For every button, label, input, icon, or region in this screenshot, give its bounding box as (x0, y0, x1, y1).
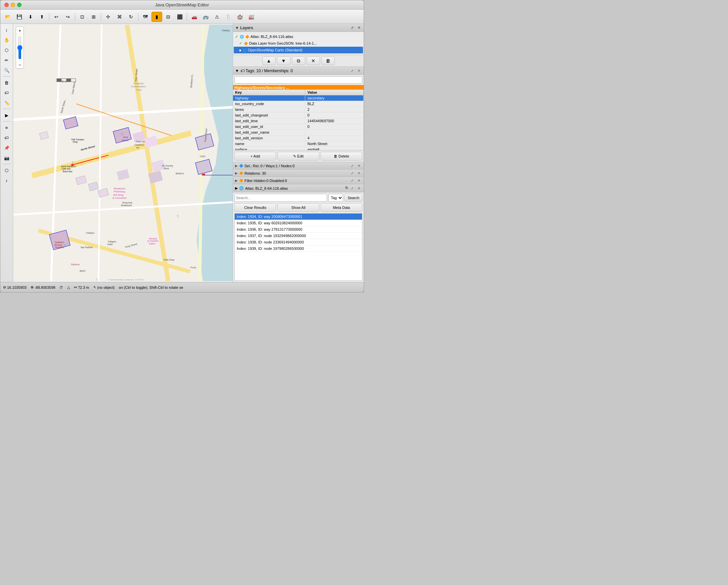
delete-tool[interactable]: 🗑 (2, 78, 12, 87)
result-item[interactable]: Index: 1934, ID: way 200806473000001 (235, 213, 362, 220)
tag-row[interactable]: nameNorth Street (233, 141, 364, 147)
result-item[interactable]: Index: 1936, ID: way 278131773000000 (235, 226, 362, 233)
atlas-expand-icon[interactable]: ▶ (235, 186, 238, 190)
layer-name-osm: OpenStreetMap Carto (Standard) (248, 48, 303, 52)
layer-down-btn[interactable]: ▼ (277, 56, 290, 65)
atlas-meta-btn[interactable]: Meta Data (321, 203, 362, 212)
close-button[interactable] (4, 3, 9, 7)
undo-button[interactable]: ↩ (51, 12, 62, 22)
layer-item-osm[interactable]: ■ 🌐 OpenStreetMap Carto (Standard) (234, 47, 363, 53)
rel-detach-icon[interactable]: ⤢ (349, 171, 355, 176)
photo-tool[interactable]: 📷 (2, 153, 12, 162)
atlas-search-input[interactable] (234, 194, 327, 202)
select-button[interactable]: ✢ (103, 12, 113, 22)
delete-tag-btn[interactable]: 🗑 Delete (321, 152, 362, 160)
restaurant-button[interactable]: 🍴 (223, 12, 234, 22)
search-tool[interactable]: 🔍 (2, 66, 12, 75)
tag-row[interactable]: last_edit_version4 (233, 135, 364, 141)
castle-button[interactable]: 🏰 (234, 12, 245, 22)
zoom-slider[interactable] (18, 36, 22, 59)
atlas-clear-btn[interactable]: Clear Results (234, 203, 276, 212)
tag-row[interactable]: surfaceasphalt (233, 147, 364, 150)
tag-row[interactable]: iso_country_codeBLZ (233, 101, 364, 107)
note-tool[interactable]: 📌 (2, 143, 12, 152)
audio-tool[interactable]: ♪ (2, 176, 12, 185)
layer-delete-btn[interactable]: 🗑 (321, 56, 335, 65)
mapview-button[interactable]: 🗺 (140, 12, 151, 22)
zoom-plus[interactable]: + (16, 27, 24, 34)
warning-button[interactable]: ⚠ (212, 12, 222, 22)
layer-item-geojson[interactable]: ✓ 🔶 Data Layer from GeoJSON: tree-6-14-1… (234, 40, 363, 47)
map-svg[interactable]: Jose Maria... North Stree... Main Street… (13, 24, 233, 282)
result-item[interactable]: Index: 1935, ID: way 602610824000000 (235, 220, 362, 226)
layer-item-atlas[interactable]: ✓ 🌐 🔶 Atlas: BLZ_8-64-116.atlas (234, 33, 363, 40)
select-nodes-tool[interactable]: ⬡ (2, 45, 12, 55)
download-button[interactable]: ⬇ (25, 12, 36, 22)
industry-button[interactable]: 🏭 (246, 12, 257, 22)
open-button[interactable]: 📂 (2, 12, 13, 22)
tags-close-icon[interactable]: ✕ (356, 68, 362, 74)
lasso-button[interactable]: ⌘ (114, 12, 125, 22)
pan-tool[interactable]: ✋ (2, 35, 12, 45)
result-item[interactable]: Index: 1939, ID: node 197980286500000 (235, 246, 362, 252)
tag-row[interactable]: lanes2 (233, 107, 364, 112)
draw-tool[interactable]: ✏ (2, 55, 12, 65)
filter-close-icon[interactable]: ✕ (356, 178, 362, 183)
atlas-close-icon[interactable]: ✕ (356, 186, 362, 191)
tag-edit-tool[interactable]: 🏷 (2, 88, 12, 97)
tag-tool[interactable]: 🏷 (2, 133, 12, 143)
map-area[interactable]: Jose Maria... North Stree... Main Street… (13, 24, 233, 282)
wire-button[interactable]: ⊟ (163, 12, 174, 22)
tag-row[interactable]: last_edit_user_id0 (233, 124, 364, 130)
save-button[interactable]: 💾 (14, 12, 25, 22)
zoom-fit-button[interactable]: ⊡ (77, 12, 88, 22)
tags-detach-icon[interactable]: ⤢ (349, 68, 355, 74)
atlas-show-all-btn[interactable]: Show All (277, 203, 319, 212)
edit-tag-btn[interactable]: ✎ Edit (277, 152, 319, 160)
maximize-button[interactable] (17, 3, 22, 7)
layers-close-icon[interactable]: ✕ (356, 25, 362, 30)
atlas-detach-icon[interactable]: ⤢ (349, 186, 355, 191)
layer-merge-btn[interactable]: ✕ (307, 56, 320, 65)
sel-detach-icon[interactable]: ⤢ (349, 163, 355, 169)
minimize-button[interactable] (11, 3, 15, 7)
refresh-button[interactable]: ↻ (126, 12, 136, 22)
atlas-refresh-icon[interactable]: ↻ (345, 186, 348, 191)
layers-detach-icon[interactable]: ⤢ (349, 25, 355, 30)
layer-up-btn[interactable]: ▲ (262, 56, 276, 65)
tag-row[interactable]: last_edit_time1445449697000 (233, 118, 364, 124)
bus-button[interactable]: 🚌 (200, 12, 211, 22)
filter-tool[interactable]: ⬡ (2, 166, 12, 175)
sel-expand-icon[interactable]: ▶ (235, 164, 238, 168)
tags-filter-input[interactable] (234, 76, 362, 84)
measure-tool[interactable]: 📏 (2, 98, 12, 107)
layer-duplicate-btn[interactable]: ⧉ (292, 56, 305, 65)
result-item[interactable]: Index: 1937, ID: node 1932949862000000 (235, 233, 362, 239)
add-node-tool[interactable]: ▶ (2, 110, 12, 120)
tag-row[interactable]: highwaysecondary (233, 95, 364, 101)
sel-close-icon[interactable]: ✕ (356, 163, 362, 169)
redo-button[interactable]: ↪ (62, 12, 73, 22)
layers-tool[interactable]: ≡ (2, 123, 12, 132)
zoom-minus[interactable]: − (16, 61, 24, 69)
tags-expand-icon[interactable]: ▼ (235, 69, 239, 73)
zoom-layer-button[interactable]: ⊞ (88, 12, 99, 22)
layers-expand-icon[interactable]: ▼ (235, 26, 239, 30)
highlight-button[interactable]: ▮ (152, 12, 162, 22)
add-tag-btn[interactable]: + Add (234, 152, 276, 160)
zoom-tool[interactable]: ↕ (2, 25, 12, 34)
fill-button[interactable]: ⬛ (174, 12, 185, 22)
filter-detach-icon[interactable]: ⤢ (349, 178, 355, 183)
filter-expand-icon[interactable]: ▶ (235, 179, 238, 182)
tag-row[interactable]: last_edit_changeset0 (233, 112, 364, 118)
rel-close-icon[interactable]: ✕ (356, 171, 362, 176)
atlas-results-list[interactable]: Index: 1934, ID: way 200806473000001Inde… (234, 213, 362, 281)
rel-expand-icon[interactable]: ▶ (235, 171, 238, 175)
atlas-search-btn[interactable]: Search (344, 194, 362, 202)
atlas-tag-select[interactable]: Tag (329, 194, 343, 202)
upload-button[interactable]: ⬆ (36, 12, 47, 22)
car-button[interactable]: 🚗 (189, 12, 200, 22)
angle-icon: △ (67, 285, 70, 289)
tag-row[interactable]: last_edit_user_name (233, 130, 364, 135)
result-item[interactable]: Index: 1938, ID: node 233691494000000 (235, 239, 362, 246)
